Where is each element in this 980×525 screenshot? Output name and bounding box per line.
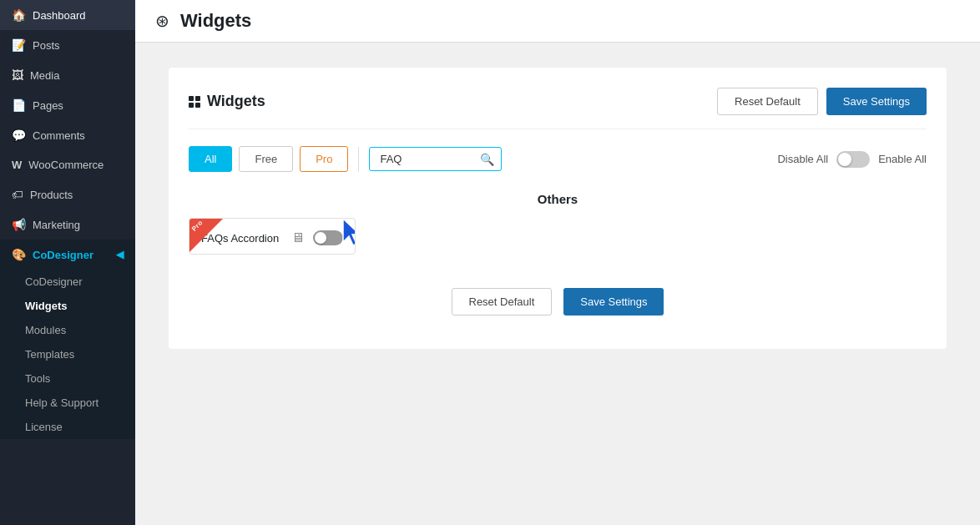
panel-header: Widgets Reset Default Save Settings <box>189 88 927 129</box>
pages-icon: 📄 <box>12 98 26 112</box>
filter-pro-button[interactable]: Pro <box>300 146 348 172</box>
sidebar-label-codesigner: CoDesigner <box>33 249 93 261</box>
reset-default-button-top[interactable]: Reset Default <box>717 88 818 115</box>
search-input[interactable] <box>376 148 477 170</box>
panel-title-text: Widgets <box>207 93 265 110</box>
page-title: Widgets <box>180 10 251 32</box>
dashboard-icon: 🏠 <box>12 8 26 22</box>
widget-toggle[interactable] <box>313 230 343 245</box>
search-icon: 🔍 <box>480 153 494 166</box>
sidebar-label-dashboard: Dashboard <box>33 9 86 22</box>
widget-toggle-knob <box>315 232 326 244</box>
content-area: Widgets Reset Default Save Settings All … <box>135 43 980 525</box>
sidebar-label-posts: Posts <box>33 39 60 52</box>
products-icon: 🏷 <box>12 188 23 201</box>
widget-card-faqs-accordion: Pro FAQs Accordion 🖥 <box>189 218 356 255</box>
toggle-controls: Disable All Enable All <box>777 151 927 168</box>
widget-actions: 🖥 <box>291 230 343 245</box>
filter-all-button[interactable]: All <box>189 146 232 172</box>
sidebar-label-products: Products <box>30 189 73 201</box>
woocommerce-icon: W <box>12 159 22 171</box>
sidebar-label-comments: Comments <box>33 129 85 142</box>
filter-free-button[interactable]: Free <box>239 146 293 172</box>
monitor-icon[interactable]: 🖥 <box>291 230 305 245</box>
save-settings-button-bottom[interactable]: Save Settings <box>563 288 664 316</box>
sidebar-label-media: Media <box>30 69 59 82</box>
codesigner-arrow-icon: ◀ <box>116 249 124 260</box>
sidebar-label-woocommerce: WooCommerce <box>28 159 104 171</box>
header-buttons: Reset Default Save Settings <box>717 88 927 115</box>
media-icon: 🖼 <box>12 68 23 82</box>
codesigner-submenu: CoDesigner Widgets Modules Templates Too… <box>0 270 135 439</box>
grid-icon <box>189 96 200 108</box>
disable-all-toggle[interactable] <box>836 151 870 168</box>
sidebar-label-marketing: Marketing <box>33 219 80 231</box>
sidebar-item-products[interactable]: 🏷 Products <box>0 179 135 209</box>
sidebar-item-posts[interactable]: 📝 Posts <box>0 30 135 60</box>
posts-icon: 📝 <box>12 38 26 52</box>
enable-all-label: Enable All <box>878 153 927 165</box>
save-settings-button-top[interactable]: Save Settings <box>826 88 927 115</box>
sidebar-item-pages[interactable]: 📄 Pages <box>0 90 135 120</box>
reset-default-button-bottom[interactable]: Reset Default <box>452 288 553 316</box>
toggle-knob <box>838 153 851 166</box>
submenu-help-support[interactable]: Help & Support <box>0 391 135 415</box>
bottom-buttons: Reset Default Save Settings <box>189 288 927 316</box>
submenu-widgets[interactable]: Widgets <box>0 294 135 318</box>
submenu-codesigner[interactable]: CoDesigner <box>0 270 135 294</box>
submenu-license[interactable]: License <box>0 415 135 439</box>
sidebar: 🏠 Dashboard 📝 Posts 🖼 Media 📄 Pages 💬 Co… <box>0 0 135 525</box>
top-bar: ⊛ Widgets <box>135 0 980 43</box>
main-content: ⊛ Widgets Widgets Reset Default Save Set… <box>135 0 980 525</box>
filter-row: All Free Pro 🔍 Disable All Enable All <box>189 146 927 172</box>
wordpress-logo: ⊛ <box>152 11 172 31</box>
sidebar-item-marketing[interactable]: 📢 Marketing <box>0 209 135 240</box>
sidebar-item-codesigner[interactable]: 🎨 CoDesigner ◀ <box>0 240 135 270</box>
search-box: 🔍 <box>369 147 502 171</box>
filter-divider <box>358 147 359 172</box>
sidebar-item-dashboard[interactable]: 🏠 Dashboard <box>0 0 135 30</box>
submenu-tools[interactable]: Tools <box>0 366 135 391</box>
codesigner-icon: 🎨 <box>12 248 26 261</box>
comments-icon: 💬 <box>12 129 26 142</box>
panel-title: Widgets <box>189 93 265 110</box>
submenu-modules[interactable]: Modules <box>0 318 135 342</box>
sidebar-label-pages: Pages <box>33 99 63 112</box>
widgets-panel: Widgets Reset Default Save Settings All … <box>169 68 947 349</box>
disable-all-label: Disable All <box>777 153 828 165</box>
sections-grid: Pro FAQs Accordion 🖥 <box>189 218 927 255</box>
sidebar-item-comments[interactable]: 💬 Comments <box>0 120 135 150</box>
submenu-templates[interactable]: Templates <box>0 342 135 366</box>
sidebar-item-woocommerce[interactable]: W WooCommerce <box>0 150 135 179</box>
sidebar-item-media[interactable]: 🖼 Media <box>0 60 135 90</box>
section-others-label: Others <box>189 192 927 206</box>
marketing-icon: 📢 <box>12 218 26 231</box>
